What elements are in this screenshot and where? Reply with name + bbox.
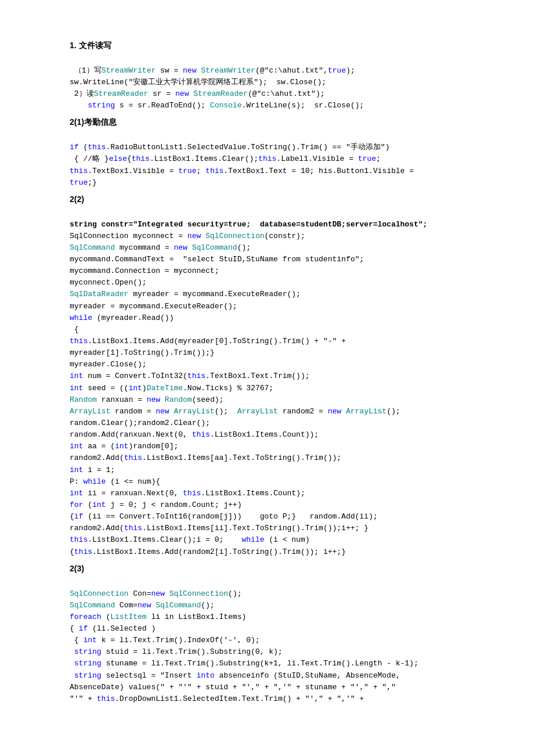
section-2-header: 2(1)考勤信息 bbox=[70, 116, 511, 129]
section-22-code: string constr="Integrated security=true;… bbox=[70, 207, 511, 557]
section-1-code: （1）写StreamWriter sw = new StreamWriter(@… bbox=[70, 53, 511, 112]
section-22-header: 2(2) bbox=[70, 193, 511, 206]
section-23-code: SqlConnection Con=new SqlConnection(); S… bbox=[70, 576, 511, 705]
page-content: 1. 文件读写 （1）写StreamWriter sw = new Stream… bbox=[70, 39, 511, 705]
section-2-code: if (this.RadioButtonList1.SelectedValue.… bbox=[70, 130, 511, 189]
section-23-header: 2(3) bbox=[70, 563, 511, 575]
section-1-header: 1. 文件读写 bbox=[70, 39, 511, 52]
